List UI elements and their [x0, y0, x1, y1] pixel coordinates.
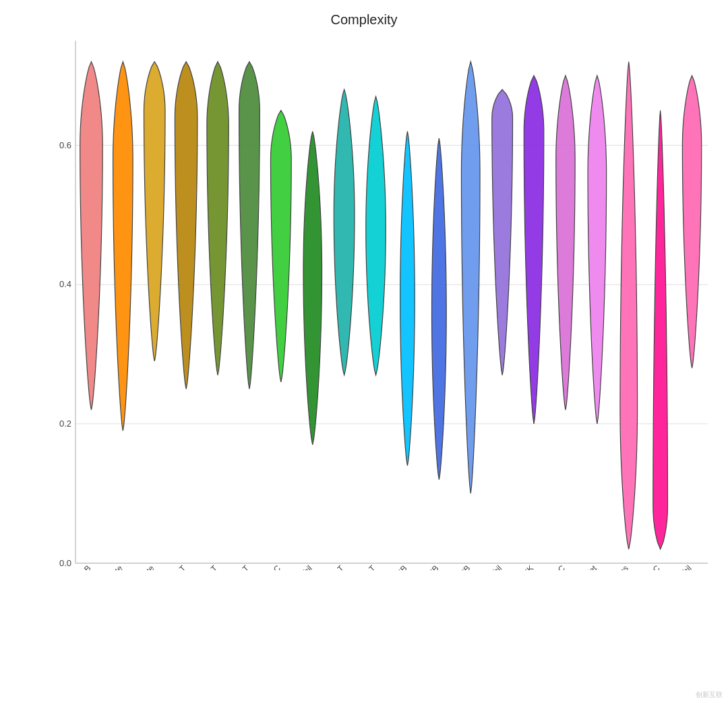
- chart-container: Complexity 0.00.20.40.6BCD14 MonocyteCD1…: [0, 0, 728, 705]
- svg-text:CD4m T: CD4m T: [160, 563, 187, 570]
- svg-text:Neutrophil: Neutrophil: [471, 563, 504, 570]
- svg-text:CD4n T: CD4n T: [193, 563, 219, 570]
- svg-text:gd T: gd T: [328, 563, 346, 570]
- svg-text:0.0: 0.0: [59, 557, 71, 568]
- svg-text:RBC: RBC: [643, 563, 662, 570]
- watermark: 创新互联: [696, 690, 723, 700]
- chart-area: 0.00.20.40.6BCD14 MonocyteCD16 MonocyteC…: [40, 34, 715, 570]
- svg-text:Developing Neutrophil: Developing Neutrophil: [251, 563, 314, 570]
- chart-svg: 0.00.20.40.6BCD14 MonocyteCD16 MonocyteC…: [40, 34, 715, 570]
- svg-text:CD8m T: CD8m T: [223, 563, 251, 570]
- svg-text:0.4: 0.4: [59, 279, 71, 289]
- svg-text:Platelet: Platelet: [573, 563, 599, 570]
- svg-text:0.6: 0.6: [59, 140, 71, 150]
- svg-text:B: B: [82, 563, 92, 570]
- svg-text:pDC: pDC: [549, 563, 567, 570]
- svg-text:IgM PB: IgM PB: [447, 563, 472, 570]
- chart-title: Complexity: [0, 0, 728, 28]
- svg-text:IgG PB: IgG PB: [415, 563, 440, 570]
- svg-text:NK: NK: [521, 563, 536, 570]
- svg-text:DC: DC: [268, 563, 282, 570]
- svg-text:0.2: 0.2: [59, 419, 71, 429]
- svg-text:IgA PB: IgA PB: [385, 563, 409, 570]
